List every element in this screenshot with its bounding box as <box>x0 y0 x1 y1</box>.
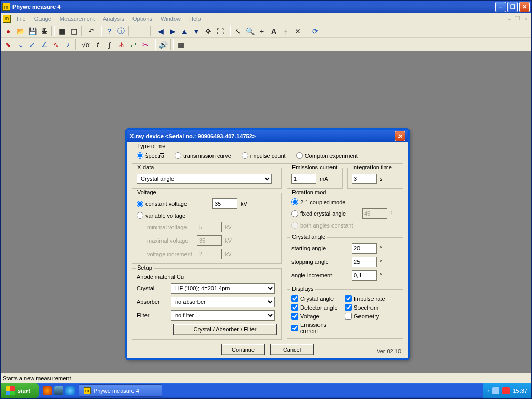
tool-5-icon[interactable]: ∿ <box>50 39 62 50</box>
absorber-select[interactable]: no absorber <box>171 297 275 307</box>
text-icon[interactable]: A <box>268 25 280 37</box>
radio-impulse[interactable]: impulse count <box>242 152 286 159</box>
tray-arrow-icon[interactable]: ‹ <box>487 388 489 394</box>
menu-file[interactable]: File <box>13 15 30 23</box>
radio-fixed[interactable]: fixed crystal angle <box>291 210 359 217</box>
stop-angle-input[interactable] <box>352 257 377 267</box>
tray-icon-2[interactable] <box>502 387 510 394</box>
radio-transmission[interactable]: transmission curve <box>175 152 231 159</box>
menu-options[interactable]: Options <box>129 15 156 23</box>
nav-down-icon[interactable]: ▼ <box>191 25 202 37</box>
anode-label: Anode material Cu <box>137 274 184 280</box>
info-icon[interactable]: ⓘ <box>115 25 127 37</box>
radio-coupled[interactable]: 2:1 coupled mode <box>291 198 345 205</box>
app-icon: m <box>2 3 10 11</box>
adjust-icon[interactable]: ⇄ <box>128 39 139 50</box>
menu-analysis[interactable]: Analysis <box>99 15 128 23</box>
tool-4-icon[interactable]: ∠ <box>38 39 50 50</box>
undo-icon[interactable]: ↶ <box>86 25 97 37</box>
constant-voltage-input[interactable] <box>212 198 237 209</box>
continue-button[interactable]: Continue <box>221 344 265 355</box>
integration-input[interactable] <box>352 174 377 184</box>
integral-icon[interactable]: ∫ <box>104 39 115 50</box>
xray-dialog: X-ray device <Serial no.: 90906493-407-1… <box>125 128 410 360</box>
mdi-close[interactable]: × <box>522 15 529 22</box>
menu-gauge[interactable]: Gauge <box>31 15 55 23</box>
zoom-icon[interactable]: 🔍 <box>244 25 256 37</box>
nav-left-icon[interactable]: ◀ <box>155 25 166 37</box>
crosshair-icon[interactable]: + <box>256 25 268 37</box>
ql-desktop-icon[interactable] <box>54 386 63 395</box>
speaker-icon[interactable]: 🔊 <box>157 39 169 50</box>
chk-detector[interactable]: Detector angle <box>291 304 345 311</box>
xdata-select[interactable]: Crystal angle <box>137 174 272 184</box>
window-icon[interactable]: ◫ <box>68 25 79 37</box>
nav-up-icon[interactable]: ▲ <box>179 25 190 37</box>
function-icon[interactable]: f <box>92 39 103 50</box>
radio-both: both angles constant <box>291 222 353 229</box>
task-phywe[interactable]: m Phywe measure 4 <box>79 384 162 397</box>
chk-geometry[interactable]: Geometry <box>345 313 398 320</box>
save-icon[interactable]: 💾 <box>26 25 38 37</box>
maximize-button[interactable]: ❐ <box>507 2 518 12</box>
mdi-restore[interactable]: ❐ <box>514 15 521 22</box>
print-icon[interactable]: 🖶 <box>38 25 50 37</box>
tool-3-icon[interactable]: ⤢ <box>26 39 38 50</box>
grid-icon[interactable]: ▦ <box>56 25 68 37</box>
peak-icon[interactable]: ⩚ <box>116 39 127 50</box>
chk-spectrum[interactable]: Spectrum <box>345 304 398 311</box>
fit-icon[interactable]: ⛶ <box>215 25 226 37</box>
dialog-close-button[interactable]: ✕ <box>395 131 405 141</box>
emissions-input[interactable] <box>291 174 316 184</box>
toolbars: ● 📂 💾 🖶 ▦ ◫ ↶ ? ⓘ ◀ ▶ ▲ ▼ ✥ ⛶ ↖ 🔍 + A <box>1 24 531 51</box>
chk-emissions[interactable]: Emissions current <box>291 322 345 334</box>
measure-icon[interactable]: ⟊ <box>280 25 291 37</box>
inc-angle-input[interactable] <box>352 270 377 281</box>
export-icon[interactable]: ▥ <box>175 39 187 50</box>
menu-window[interactable]: Window <box>157 15 184 23</box>
close-button[interactable]: ✕ <box>519 2 530 12</box>
menubar: m File Gauge Measurement Analysis Option… <box>1 13 531 24</box>
record-icon[interactable]: ● <box>3 25 14 37</box>
start-angle-input[interactable] <box>352 243 377 254</box>
tool-6-icon[interactable]: ⫰ <box>62 39 74 50</box>
start-button[interactable]: start <box>1 383 39 398</box>
open-icon[interactable]: 📂 <box>15 25 26 37</box>
tool-2-icon[interactable]: ⩋ <box>15 39 26 50</box>
chk-voltage[interactable]: Voltage <box>291 313 345 320</box>
tool-1-icon[interactable]: ⬊ <box>3 39 14 50</box>
caliper-icon[interactable]: ✕ <box>292 25 303 37</box>
chk-crystal-angle[interactable]: Crystal angle <box>291 295 345 302</box>
menu-help[interactable]: Help <box>185 15 205 23</box>
crystal-select[interactable]: LiF (100); d=201,4pm <box>171 283 275 294</box>
cancel-button[interactable]: Cancel <box>270 344 314 355</box>
move-icon[interactable]: ✥ <box>203 25 214 37</box>
min-voltage-input <box>197 222 222 232</box>
ql-firefox-icon[interactable] <box>43 386 52 395</box>
ql-ie-icon[interactable] <box>65 386 75 395</box>
menu-measurement[interactable]: Measurement <box>56 15 98 23</box>
radio-compton[interactable]: Compton experiment <box>296 152 358 159</box>
mdi-doc-icon: m <box>3 15 11 23</box>
cut-icon[interactable]: ✂ <box>140 39 151 50</box>
inc-voltage-input <box>197 249 222 259</box>
filter-select[interactable]: no filter <box>171 310 275 321</box>
nav-right-icon[interactable]: ▶ <box>167 25 178 37</box>
refresh-icon[interactable]: ⟳ <box>310 25 321 37</box>
integration-group: Integration time s <box>347 168 403 189</box>
caf-button[interactable]: Crystal / Absorber / Filter <box>173 324 277 335</box>
chk-impulse[interactable]: Impulse rate <box>345 295 398 302</box>
minimize-button[interactable]: – <box>495 2 506 12</box>
radio-constant-voltage[interactable]: constant voltage <box>137 201 209 207</box>
help-icon[interactable]: ? <box>103 25 115 37</box>
window-title: Phywe measure 4 <box>12 4 495 10</box>
radio-variable-voltage[interactable]: variable voltage <box>137 212 185 219</box>
type-group-title: Type of me <box>136 143 167 149</box>
cursor-icon[interactable]: ↖ <box>232 25 244 37</box>
radio-spectra[interactable]: spectra <box>137 152 164 159</box>
xdata-group: X-data Crystal angle <box>132 168 282 189</box>
sqrt-icon[interactable]: √α <box>80 39 91 50</box>
mdi-minimize[interactable]: – <box>506 15 513 22</box>
tray-icon-1[interactable] <box>492 387 499 394</box>
workspace: X-ray device <Serial no.: 90906493-407-1… <box>1 51 531 373</box>
